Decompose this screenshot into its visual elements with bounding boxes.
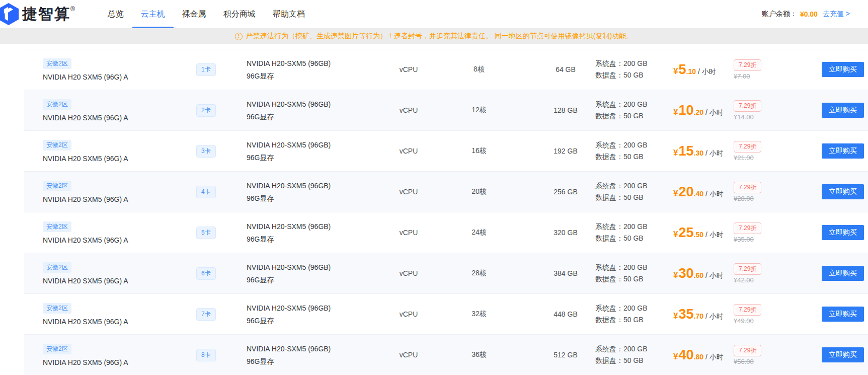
discount-badge: 7.29折 [734, 59, 761, 71]
buy-cell: 立即购买 [822, 212, 864, 253]
system-disk-line: 系统盘：200 GB [595, 304, 647, 313]
instance-name: NVIDIA H20 SXM5 (96G) A [43, 277, 128, 285]
instance-name: NVIDIA H20 SXM5 (96G) A [43, 358, 128, 366]
buy-now-button[interactable]: 立即购买 [822, 143, 864, 159]
price-cell: ¥ 15 .30 / 小时 [673, 131, 724, 171]
cpu-cores: 32核 [471, 310, 487, 319]
original-price: ¥42.00 [734, 276, 754, 284]
region-badge: 安徽2区 [43, 58, 71, 69]
cpu-type-cell: vCPU [384, 172, 433, 212]
nav-tab-overview[interactable]: 总览 [99, 0, 132, 28]
discount-cell: 7.29折 ¥14.00 [734, 90, 761, 130]
buy-cell: 立即购买 [822, 49, 864, 90]
cpu-type-cell: vCPU [384, 294, 433, 334]
gpu-model-cell: NVIDIA H20-SXM5 (96GB) 96G显存 [247, 294, 331, 334]
region-badge: 安徽2区 [43, 303, 71, 314]
discount-badge: 7.29折 [734, 345, 761, 356]
registered-mark: ® [70, 6, 75, 13]
server-row: 安徽2区 NVIDIA H20 SXM5 (96G) A 7卡 NVIDIA H… [24, 294, 868, 335]
warning-text: 严禁违法行为（挖矿、生成违禁图片等行为）！违者封号，并追究其法律责任。 同一地区… [246, 32, 633, 41]
card-count-cell: 5卡 [196, 212, 216, 253]
server-row: 安徽2区 NVIDIA H20 SXM5 (96G) A 1卡 NVIDIA H… [24, 49, 868, 90]
price-cell: ¥ 35 .70 / 小时 [673, 294, 724, 334]
buy-now-button[interactable]: 立即购买 [822, 347, 864, 362]
buy-cell: 立即购买 [822, 131, 864, 171]
gpu-model: NVIDIA H20-SXM5 (96GB) [247, 181, 331, 191]
system-disk-size: 200 GB [623, 182, 647, 190]
system-disk-label: 系统盘： [595, 304, 623, 312]
recharge-link[interactable]: 去充值 > [823, 10, 850, 19]
nav-tab-points-mall[interactable]: 积分商城 [215, 0, 264, 28]
price-integer: 25 [678, 225, 693, 241]
data-disk-label: 数据盘： [595, 316, 623, 324]
memory-size: 512 GB [554, 351, 577, 359]
price-unit: / 小时 [705, 149, 724, 158]
data-disk-size: 50 GB [623, 316, 644, 324]
system-disk-line: 系统盘：200 GB [595, 141, 647, 150]
memory-cell: 192 GB [541, 131, 590, 171]
hourly-price: ¥ 15 .30 / 小时 [673, 143, 724, 159]
memory-cell: 448 GB [541, 294, 590, 334]
price-decimal: .20 [694, 108, 703, 116]
server-row: 安徽2区 NVIDIA H20 SXM5 (96G) A 4卡 NVIDIA H… [24, 172, 868, 212]
buy-now-button[interactable]: 立即购买 [822, 103, 864, 118]
currency-symbol: ¥ [673, 189, 678, 199]
price-integer: 35 [678, 307, 693, 322]
gpu-memory: 96G显存 [247, 71, 274, 81]
card-count-cell: 1卡 [196, 49, 216, 90]
nav-tab-cloud-host[interactable]: 云主机 [132, 0, 174, 28]
region-badge: 安徽2区 [43, 181, 71, 191]
system-disk-size: 200 GB [623, 263, 647, 271]
price-unit: / 小时 [705, 271, 724, 280]
gpu-memory: 96G显存 [247, 275, 274, 285]
currency-symbol: ¥ [673, 107, 678, 117]
balance-value: ¥0.00 [800, 10, 818, 18]
gpu-memory: 96G显存 [247, 316, 274, 326]
cpu-type: vCPU [400, 229, 418, 237]
region-badge: 安徽2区 [43, 221, 71, 232]
price-decimal: .10 [686, 67, 696, 76]
price-cell: ¥ 5 .10 / 小时 [673, 49, 716, 90]
gpu-model-cell: NVIDIA H20-SXM5 (96GB) 96G显存 [247, 172, 331, 212]
memory-size: 64 GB [556, 65, 576, 73]
buy-now-button[interactable]: 立即购买 [822, 307, 864, 322]
cpu-type: vCPU [400, 269, 418, 277]
cpu-cores: 16核 [471, 146, 487, 156]
nav-tab-help-docs[interactable]: 帮助文档 [264, 0, 313, 28]
price-integer: 20 [678, 184, 693, 200]
price-unit: / 小时 [698, 67, 716, 77]
card-count-badge: 6卡 [196, 267, 216, 280]
gpu-model: NVIDIA H20-SXM5 (96GB) [247, 221, 331, 232]
cpu-cores: 36核 [471, 350, 487, 359]
instance-name: NVIDIA H20 SXM5 (96G) A [43, 155, 128, 163]
price-unit: / 小时 [705, 190, 724, 199]
buy-now-button[interactable]: 立即购买 [822, 184, 864, 199]
gpu-memory: 96G显存 [247, 356, 274, 366]
original-price: ¥35.00 [734, 236, 754, 243]
system-disk-line: 系统盘：200 GB [595, 263, 647, 272]
disk-cell: 系统盘：200 GB 数据盘：50 GB [595, 131, 647, 171]
system-disk-label: 系统盘： [595, 100, 623, 108]
price-decimal: .30 [694, 149, 703, 157]
discount-badge: 7.29折 [734, 100, 761, 112]
cpu-cores: 20核 [471, 187, 487, 196]
buy-cell: 立即购买 [822, 172, 864, 212]
memory-size: 448 GB [554, 310, 577, 318]
data-disk-line: 数据盘：50 GB [595, 112, 644, 121]
nav-tab-bare-metal[interactable]: 裸金属 [174, 0, 215, 28]
system-disk-label: 系统盘： [595, 141, 623, 149]
buy-now-button[interactable]: 立即购买 [822, 225, 864, 240]
instance-name: NVIDIA H20 SXM5 (96G) A [43, 236, 128, 244]
gpu-model: NVIDIA H20-SXM5 (96GB) [247, 140, 331, 150]
region-name-cell: 安徽2区 NVIDIA H20 SXM5 (96G) A [43, 172, 128, 212]
top-header: 捷智算 ® 总览 云主机 裸金属 积分商城 帮助文档 账户余额： ¥0.00 去… [0, 0, 868, 28]
buy-now-button[interactable]: 立即购买 [822, 266, 864, 281]
hourly-price: ¥ 40 .80 / 小时 [673, 347, 724, 363]
gpu-memory: 96G显存 [247, 234, 274, 244]
data-disk-line: 数据盘：50 GB [595, 71, 644, 80]
instance-name: NVIDIA H20 SXM5 (96G) A [43, 318, 128, 326]
card-count-badge: 2卡 [196, 104, 216, 117]
price-integer: 15 [678, 143, 693, 159]
data-disk-size: 50 GB [623, 234, 644, 242]
buy-now-button[interactable]: 立即购买 [822, 62, 864, 77]
